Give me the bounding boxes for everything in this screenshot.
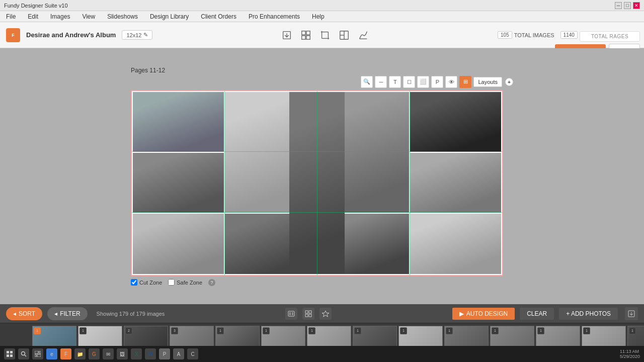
add-page-button[interactable]: + <box>505 78 513 86</box>
import-icon[interactable] <box>281 30 292 41</box>
crop-icon[interactable] <box>319 30 331 41</box>
star-filter-icon[interactable] <box>319 308 332 320</box>
help-icon[interactable]: ? <box>208 279 215 286</box>
app-icon-9[interactable]: A <box>173 348 184 359</box>
center-photo-cell[interactable] <box>289 92 345 274</box>
main-area: ‹ Pages 11-12 🔍 ─ T ◻ ⬜ P 👁 ⊞ Layouts + <box>0 48 644 304</box>
svg-rect-22 <box>309 314 311 317</box>
grid-view-icon[interactable] <box>300 30 311 41</box>
sort-button[interactable]: ◂ SORT <box>6 307 42 320</box>
pages-label: Pages 11-12 <box>131 67 513 74</box>
zoom-tool[interactable]: 🔍 <box>361 76 373 88</box>
layouts-button[interactable]: Layouts <box>473 77 502 87</box>
photo-use-count: 1 <box>446 327 453 334</box>
word-icon[interactable]: W <box>145 348 156 359</box>
svg-rect-32 <box>35 351 38 353</box>
excel-icon[interactable]: X <box>131 348 142 359</box>
menu-client-orders[interactable]: Client Orders <box>199 12 238 21</box>
total-rages-label: TOTAL RAGES <box>591 34 628 39</box>
filter-arrow-icon: ◂ <box>54 310 57 317</box>
titlebar-right: ─ □ ✕ <box>615 2 640 9</box>
menu-images[interactable]: Images <box>48 12 72 21</box>
photo-use-count: 1 <box>583 327 590 334</box>
menu-slideshows[interactable]: Slideshows <box>105 12 140 21</box>
app-icon-8[interactable]: P <box>159 348 170 359</box>
menu-help[interactable]: Help <box>310 12 327 21</box>
windows-start-icon[interactable] <box>4 348 15 359</box>
add-photos-button[interactable]: + ADD PHOTOS <box>559 308 618 320</box>
photo-use-count: 2 <box>125 327 132 334</box>
sort-label: SORT <box>19 310 35 317</box>
menu-pro-enhancements[interactable]: Pro Enhancements <box>247 12 302 21</box>
clear-button[interactable]: CLEAR <box>520 308 554 320</box>
svg-marker-23 <box>322 311 329 317</box>
menu-view[interactable]: View <box>80 12 97 21</box>
mosaic-icon[interactable] <box>302 308 314 320</box>
shape-tool[interactable]: ◻ <box>403 76 415 88</box>
cut-zone-checkbox-label[interactable]: Cut Zone <box>131 279 162 286</box>
search-taskbar-icon[interactable] <box>18 348 29 359</box>
photo-use-count: 1 <box>308 327 315 334</box>
paint-tool[interactable]: P <box>431 76 443 88</box>
photo-cell[interactable] <box>410 214 501 274</box>
system-tray: 11:13 AM 5/29/2020 <box>620 349 640 359</box>
fundy-taskbar-icon[interactable]: F <box>60 348 71 359</box>
task-view-icon[interactable] <box>32 348 43 359</box>
menu-edit[interactable]: Edit <box>26 12 40 21</box>
left-page <box>133 92 316 274</box>
frame-tool[interactable]: ⬜ <box>417 76 429 88</box>
signature-icon[interactable] <box>358 30 369 41</box>
safe-zone-checkbox-label[interactable]: Safe Zone <box>168 279 202 286</box>
minus-tool[interactable]: ─ <box>375 76 387 88</box>
photo-cell[interactable] <box>133 214 224 274</box>
maximize-button[interactable]: □ <box>624 2 631 9</box>
total-images-info: 105 TOTAL IMAGES <box>498 31 554 39</box>
cut-zone-checkbox[interactable] <box>131 279 137 286</box>
svg-rect-3 <box>306 31 310 34</box>
app-icon-10[interactable]: C <box>187 348 198 359</box>
svg-rect-5 <box>306 35 310 39</box>
mail-icon[interactable]: ✉ <box>103 348 114 359</box>
total-images-count: 105 <box>498 31 512 39</box>
chrome-icon[interactable]: G <box>89 348 100 359</box>
photo-cell[interactable] <box>133 92 224 152</box>
close-button[interactable]: ✕ <box>633 2 640 9</box>
album-spread <box>131 90 503 276</box>
toolbar-icons <box>281 30 369 41</box>
file-explorer-icon[interactable]: 📁 <box>74 348 86 359</box>
photo-use-count: 1 <box>217 327 224 334</box>
photo-use-count: 1 <box>79 327 87 334</box>
menu-file[interactable]: File <box>4 12 18 21</box>
safe-zone-label: Safe Zone <box>177 280 202 286</box>
titlebar-left: Fundy Designer Suite v10 <box>4 3 68 9</box>
photo-cell[interactable] <box>133 153 224 213</box>
edge-icon[interactable]: e <box>46 348 57 359</box>
photo-use-count: 1 <box>629 327 636 334</box>
toolbar: F Desirae and Andrew's Album 12x12 ✎ <box>0 22 644 48</box>
time-display: 11:13 AM <box>620 349 639 354</box>
photo-cell[interactable] <box>410 153 501 213</box>
grid-tool[interactable]: ⊞ <box>459 76 471 88</box>
photo-cell[interactable] <box>410 92 501 152</box>
canvas-footer: Cut Zone Safe Zone ? <box>131 279 513 286</box>
title-text: Fundy Designer Suite v10 <box>4 3 68 9</box>
minimize-button[interactable]: ─ <box>615 2 622 9</box>
safe-zone-checkbox[interactable] <box>168 279 175 286</box>
svg-rect-18 <box>292 312 293 315</box>
canvas-container: Pages 11-12 🔍 ─ T ◻ ⬜ P 👁 ⊞ Layouts + <box>131 67 513 286</box>
menu-design-library[interactable]: Design Library <box>148 12 191 21</box>
photo-use-count: 1 <box>492 327 499 334</box>
filmstrip-icon[interactable] <box>285 308 297 320</box>
filter-button[interactable]: ◂ FILTER <box>47 307 87 320</box>
auto-design-button[interactable]: ▶ AUTO DESIGN <box>452 308 515 320</box>
photo-use-count: 3 <box>171 327 178 334</box>
export-icon[interactable] <box>625 307 638 320</box>
text-tool[interactable]: T <box>389 76 401 88</box>
eye-tool[interactable]: 👁 <box>445 76 457 88</box>
auto-design-label: AUTO DESIGN <box>466 310 508 317</box>
photos-icon[interactable]: 🖼 <box>117 348 128 359</box>
size-badge[interactable]: 12x12 ✎ <box>122 30 152 40</box>
size-value: 12x12 <box>126 32 141 38</box>
photo-use-count: 1 <box>354 327 361 334</box>
layout-icon[interactable] <box>339 30 350 41</box>
